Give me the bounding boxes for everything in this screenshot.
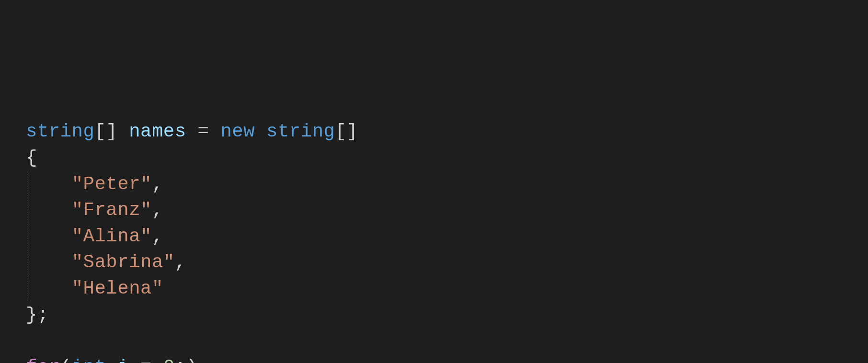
int-keyword: int — [72, 357, 106, 363]
code-line-8: }; — [26, 302, 860, 329]
code-editor[interactable]: string[] names = new string[]{ "Peter", … — [26, 119, 860, 363]
number-literal: 0 — [163, 357, 175, 363]
new-keyword: new — [220, 121, 255, 142]
comma: , — [152, 174, 163, 195]
code-line-10: for(int i = 0;) — [26, 354, 860, 363]
loop-variable: i — [117, 357, 129, 363]
code-line-6: "Sabrina", — [26, 250, 860, 276]
brackets: [] — [335, 121, 358, 142]
code-line-2: { — [26, 145, 860, 171]
type-keyword: string — [26, 121, 94, 142]
comma: , — [152, 200, 163, 221]
indent-guide-icon — [27, 171, 27, 197]
string-literal: "Alina" — [72, 226, 152, 247]
assign-op: = — [186, 121, 221, 142]
code-line-9 — [26, 328, 860, 354]
code-line-7: "Helena" — [26, 276, 860, 302]
for-keyword: for — [26, 357, 60, 363]
indent-guide-icon — [27, 250, 27, 275]
code-line-1: string[] names = new string[] — [26, 119, 860, 145]
assign-op: = — [129, 357, 163, 363]
string-literal: "Helena" — [72, 278, 163, 299]
code-line-3: "Peter", — [26, 171, 860, 198]
brackets: [] — [94, 121, 117, 142]
open-brace: { — [26, 147, 37, 169]
semicolon-error: ; — [175, 357, 186, 363]
comma: , — [175, 252, 186, 273]
string-literal: "Peter" — [72, 174, 152, 195]
indent-guide-icon — [27, 197, 27, 223]
string-literal: "Franz" — [72, 200, 152, 221]
variable-name: names — [129, 121, 186, 142]
indent-guide-icon — [27, 224, 27, 249]
code-line-4: "Franz", — [26, 197, 860, 224]
type-keyword: string — [266, 121, 335, 142]
open-paren: ( — [60, 357, 72, 363]
indent-guide-icon — [27, 276, 27, 301]
code-line-5: "Alina", — [26, 224, 860, 250]
string-literal: "Sabrina" — [72, 252, 175, 273]
close-brace: }; — [26, 305, 49, 326]
close-paren-error: ) — [186, 357, 198, 363]
comma: , — [152, 226, 163, 247]
